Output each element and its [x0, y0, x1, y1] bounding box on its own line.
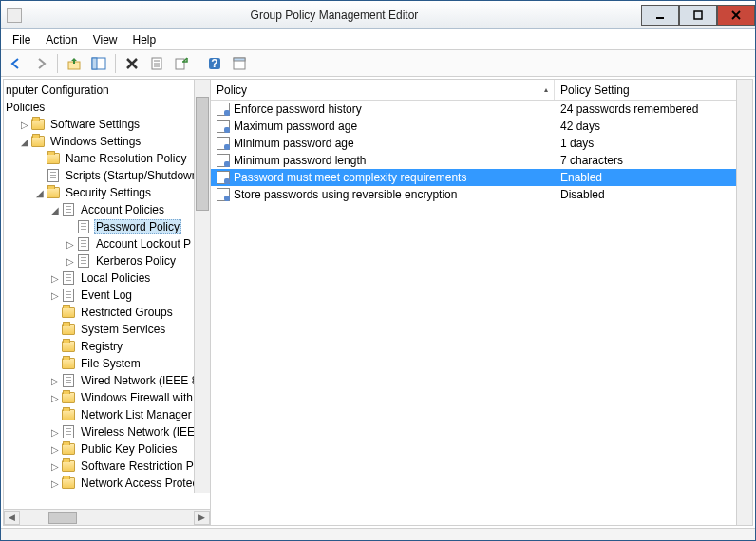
tree-item[interactable]: ◢Windows Settings [4, 133, 210, 150]
document-icon [61, 424, 76, 439]
policy-setting: Disabled [560, 188, 605, 201]
tree-item-label: Wireless Network (IEEE [79, 425, 204, 438]
expander-icon[interactable]: ▷ [49, 376, 61, 386]
forward-button[interactable] [29, 52, 52, 75]
policy-name: Maximum password age [234, 120, 357, 133]
menu-file[interactable]: File [5, 31, 38, 48]
tree-item[interactable]: ▷Public Key Policies [4, 440, 210, 457]
folder-icon [30, 117, 46, 132]
expander-icon[interactable]: ▷ [49, 393, 61, 403]
tree-item[interactable]: ▷Software Settings [4, 116, 210, 133]
column-header-setting[interactable]: Policy Setting [555, 80, 752, 100]
tree-item[interactable]: ▷Kerberos Policy [4, 252, 210, 270]
policy-icon [217, 154, 230, 167]
export-button[interactable] [170, 52, 193, 75]
expander-icon[interactable]: ◢ [49, 205, 61, 215]
tree-horizontal-scrollbar[interactable]: ◀▶ [4, 509, 210, 525]
tree-item[interactable]: ▷Wired Network (IEEE 80 [4, 372, 210, 389]
menu-view[interactable]: View [85, 31, 125, 48]
svg-rect-17 [234, 58, 245, 61]
app-icon [7, 8, 22, 23]
tree-root[interactable]: Policies [4, 99, 210, 116]
policy-row[interactable]: Enforce password history24 passwords rem… [211, 101, 752, 118]
policy-row[interactable]: Minimum password age1 days [211, 135, 752, 152]
up-button[interactable] [63, 52, 85, 75]
expander-icon[interactable]: ▷ [49, 478, 61, 489]
expander-icon[interactable]: ▷ [49, 273, 61, 284]
expander-icon[interactable]: ▷ [65, 256, 76, 267]
policy-icon [217, 171, 230, 184]
expander-icon[interactable]: ▷ [49, 427, 61, 438]
tree-item[interactable]: ◢Security Settings [4, 184, 210, 201]
svg-rect-6 [92, 58, 97, 69]
tree-item-label: Kerberos Policy [94, 254, 178, 268]
tree-item[interactable]: ▷Network Access Protec [4, 475, 210, 492]
expander-icon[interactable]: ◢ [34, 188, 46, 198]
policy-row[interactable]: Password must meet complexity requiremen… [211, 169, 752, 186]
folder-icon [61, 356, 76, 371]
title-bar: Group Policy Management Editor [1, 1, 755, 29]
menu-action[interactable]: Action [38, 31, 85, 48]
delete-button[interactable] [121, 52, 143, 75]
menu-help[interactable]: Help [125, 31, 164, 48]
document-icon [46, 168, 61, 183]
policy-name: Minimum password age [234, 137, 354, 150]
back-button[interactable] [5, 52, 28, 75]
tree-item[interactable]: File System [4, 355, 210, 372]
sort-ascending-icon: ▴ [544, 85, 548, 94]
tree-item[interactable]: ▷Local Policies [4, 270, 210, 287]
list-vertical-scrollbar[interactable] [736, 80, 752, 525]
policy-name: Minimum password length [234, 154, 366, 167]
tree-item-label: Registry [79, 340, 124, 353]
show-hide-tree-button[interactable] [87, 52, 110, 75]
tree-item[interactable]: Scripts (Startup/Shutdown [4, 167, 210, 184]
tree-item[interactable]: ▷Wireless Network (IEEE [4, 423, 210, 440]
refresh-button[interactable] [228, 52, 251, 75]
tree-vertical-scrollbar[interactable] [194, 80, 210, 493]
tree-item-label: Account Lockout P [94, 237, 193, 251]
folder-icon [61, 390, 76, 405]
expander-icon[interactable]: ▷ [49, 290, 61, 301]
column-header-policy-label: Policy [217, 84, 247, 97]
maximize-button[interactable] [679, 5, 717, 26]
folder-icon [61, 458, 76, 474]
tree-item[interactable]: Network List Manager [4, 406, 210, 423]
tree-item[interactable]: Registry [4, 338, 210, 355]
policy-name: Password must meet complexity requiremen… [234, 171, 466, 184]
document-icon [76, 253, 91, 269]
expander-icon[interactable]: ▷ [49, 444, 61, 455]
policy-row[interactable]: Maximum password age42 days [211, 118, 752, 135]
properties-button[interactable] [145, 52, 168, 75]
help-button[interactable]: ? [203, 52, 226, 75]
tree-root[interactable]: nputer Configuration [4, 82, 210, 99]
folder-icon [61, 322, 76, 337]
expander-icon[interactable]: ▷ [49, 461, 61, 472]
tree-item[interactable]: Password Policy [4, 218, 210, 235]
policy-row[interactable]: Minimum password length7 characters [211, 152, 752, 169]
tree-item[interactable]: ▷Account Lockout P [4, 235, 210, 252]
minimize-button[interactable] [641, 5, 679, 26]
tree-item[interactable]: ▷Software Restriction Po [4, 457, 210, 475]
tree-item[interactable]: Name Resolution Policy [4, 150, 210, 167]
svg-text:?: ? [211, 57, 217, 70]
tree-item-label: Scripts (Startup/Shutdown [64, 169, 199, 182]
tree-item[interactable]: ◢Account Policies [4, 201, 210, 218]
expander-icon[interactable]: ◢ [19, 137, 30, 147]
folder-icon [61, 305, 76, 320]
tree-item-label: Software Restriction Po [79, 459, 201, 473]
policy-row[interactable]: Store passwords using reversible encrypt… [211, 186, 752, 203]
tree-item[interactable]: ▷Windows Firewall with [4, 389, 210, 406]
window-title: Group Policy Management Editor [28, 9, 641, 22]
folder-icon [61, 476, 76, 491]
tree-item-label: Name Resolution Policy [64, 152, 188, 165]
tree-item-label: Account Policies [79, 203, 166, 216]
tree-item[interactable]: ▷Event Log [4, 287, 210, 304]
expander-icon[interactable]: ▷ [19, 120, 30, 130]
tree-item-label: Event Log [79, 289, 134, 302]
column-header-policy[interactable]: Policy ▴ [211, 80, 555, 100]
expander-icon[interactable]: ▷ [65, 239, 76, 250]
tree-item[interactable]: Restricted Groups [4, 304, 210, 321]
tree-pane: nputer ConfigurationPolicies▷Software Se… [4, 80, 211, 525]
close-button[interactable] [717, 5, 755, 26]
tree-item[interactable]: System Services [4, 321, 210, 338]
